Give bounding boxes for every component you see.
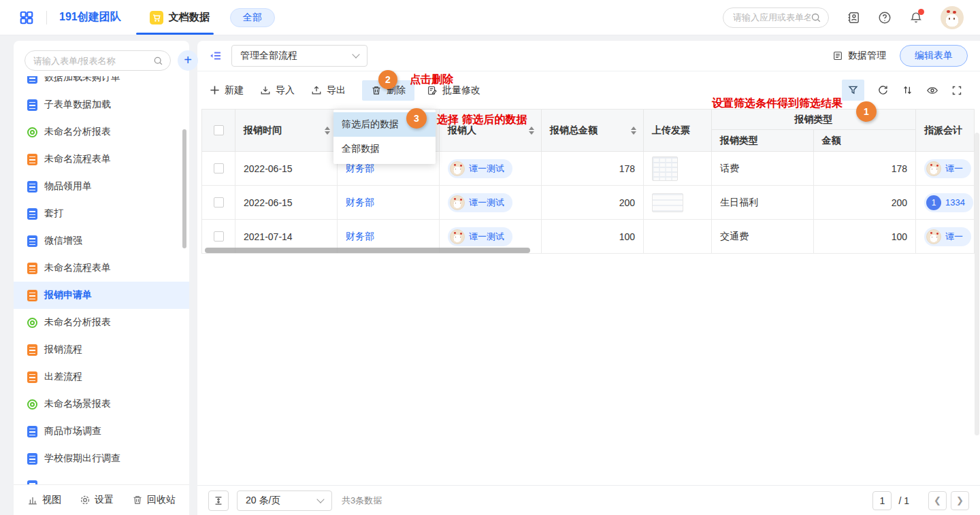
collapse-sidebar-icon[interactable] — [210, 50, 222, 62]
user-pill[interactable]: 谭一 — [924, 159, 971, 178]
fullscreen-button[interactable] — [951, 85, 962, 96]
report-icon — [27, 399, 37, 410]
sort-icon[interactable] — [631, 127, 636, 135]
sort-icon[interactable] — [325, 127, 330, 135]
row-checkbox[interactable] — [214, 163, 224, 173]
user-pill[interactable]: 11334 — [924, 193, 973, 212]
visibility-button[interactable] — [926, 84, 938, 97]
top-navbar: 191创建团队 文档数据 全部 — [0, 0, 980, 35]
apps-grid-icon[interactable] — [19, 10, 34, 25]
table-row[interactable]: 2022-06-15 财务部 谭一测试 178 话费 178 谭一 — [202, 152, 975, 186]
help-icon[interactable] — [878, 11, 892, 24]
form-icon — [27, 426, 37, 437]
prev-page-button[interactable]: ❮ — [928, 491, 947, 510]
row-checkbox[interactable] — [214, 197, 224, 207]
data-table: 报销时间 报销人 报销总金额 上传发票 报销类型 报销类型 金额 指派会计 — [201, 109, 975, 254]
team-name[interactable]: 191创建团队 — [59, 10, 121, 24]
invoice-thumbnail[interactable] — [652, 193, 683, 212]
sidebar-item-selected[interactable]: 报销申请单 — [14, 282, 189, 309]
refresh-button[interactable] — [877, 84, 889, 96]
add-form-button[interactable]: + — [178, 50, 198, 71]
header-type[interactable]: 报销类型 — [712, 130, 814, 151]
select-all-checkbox[interactable] — [214, 125, 224, 135]
row-checkbox[interactable] — [214, 231, 224, 242]
form-icon — [27, 76, 37, 84]
avatar — [450, 229, 465, 244]
bar-chart-icon — [27, 495, 38, 505]
vertical-scrollbar[interactable] — [975, 133, 979, 435]
cell-amount: 200 — [814, 186, 916, 219]
sidebar-item[interactable]: 未命名场景报表 — [14, 391, 189, 418]
cell-amount: 100 — [814, 220, 916, 253]
sidebar-item[interactable]: 商品市场调查 — [14, 418, 189, 445]
user-pill[interactable]: 谭一测试 — [448, 227, 512, 246]
annotation-badge-3: 3 — [406, 108, 427, 129]
divider — [46, 11, 47, 24]
header-amount[interactable]: 金额 — [814, 130, 916, 151]
current-page-box[interactable]: 1 — [872, 491, 892, 510]
new-button[interactable]: 新建 — [210, 84, 244, 97]
sidebar-item[interactable]: 未命名分析报表 — [14, 118, 189, 146]
sidebar-item[interactable]: 学校假期出行调查 — [14, 445, 189, 472]
header-type-group: 报销类型 报销类型 金额 — [712, 110, 916, 152]
header-accountant[interactable]: 指派会计 — [916, 110, 975, 152]
notification-dot — [918, 9, 924, 15]
tab-doc-data[interactable]: 文档数据 — [150, 11, 210, 24]
cell-amount: 178 — [814, 152, 916, 185]
sidebar-item[interactable]: 未命名分析报表 — [14, 309, 189, 336]
header-total[interactable]: 报销总金额 — [542, 110, 644, 152]
sidebar-item[interactable]: 未命名流程表单 — [14, 254, 189, 282]
edit-form-button[interactable]: 编辑表单 — [900, 45, 968, 67]
sidebar-list: 数据加载采购订单 子表单数据加载 未命名分析报表 未命名流程表单 物品领用单 套… — [14, 76, 189, 484]
sidebar-item[interactable]: 物品领用单 — [14, 173, 189, 200]
sidebar-scrollbar[interactable] — [182, 129, 186, 248]
user-pill[interactable]: 谭一测试 — [448, 193, 512, 212]
global-search-input[interactable] — [733, 12, 811, 22]
contacts-icon[interactable] — [847, 11, 860, 24]
trash-icon — [371, 85, 382, 96]
user-pill[interactable]: 谭一 — [924, 227, 971, 246]
sidebar-item-clipped[interactable] — [14, 472, 189, 484]
row-height-button[interactable] — [208, 491, 229, 511]
sidebar-footer: 视图 设置 回收站 — [14, 484, 189, 515]
invoice-thumbnail[interactable] — [652, 156, 678, 181]
header-type-group-label[interactable]: 报销类型 — [712, 110, 915, 130]
sidebar-item[interactable]: 套打 — [14, 200, 189, 227]
sidebar-item[interactable]: 出差流程 — [14, 363, 189, 391]
user-avatar[interactable] — [941, 6, 964, 29]
report-icon — [27, 127, 37, 137]
header-invoice[interactable]: 上传发票 — [644, 110, 712, 152]
flow-filter-select[interactable]: 管理全部流程 — [231, 45, 368, 67]
export-button[interactable]: 导出 — [311, 84, 346, 97]
sidebar-item[interactable]: 未命名流程表单 — [14, 146, 189, 173]
recycle-bin-button[interactable]: 回收站 — [132, 494, 176, 506]
page-size-select[interactable]: 20 条/页 — [237, 491, 332, 511]
horizontal-scrollbar[interactable] — [205, 248, 530, 253]
sort-icon[interactable] — [529, 127, 534, 135]
views-button[interactable]: 视图 — [27, 494, 61, 506]
notification-bell-icon[interactable] — [909, 11, 923, 24]
sidebar-item[interactable]: 子表单数据加载 — [14, 91, 189, 118]
header-date[interactable]: 报销时间 — [235, 110, 338, 152]
cell-total: 200 — [542, 186, 644, 219]
settings-button[interactable]: 设置 — [80, 494, 114, 506]
flow-form-icon — [27, 263, 37, 274]
sidebar-item[interactable]: 微信增强 — [14, 227, 189, 254]
global-search[interactable] — [723, 7, 829, 28]
data-manage-button[interactable]: 数据管理 — [832, 50, 886, 62]
funnel-icon — [847, 84, 859, 96]
next-page-button[interactable]: ❯ — [951, 491, 969, 510]
tab-all[interactable]: 全部 — [230, 8, 275, 27]
sidebar-item[interactable]: 报销流程 — [14, 336, 189, 363]
sidebar-search-input[interactable] — [33, 56, 153, 66]
flow-form-icon — [27, 371, 37, 383]
cell-invoice — [644, 186, 712, 219]
sidebar-search[interactable] — [24, 50, 171, 71]
import-button[interactable]: 导入 — [260, 84, 295, 97]
user-pill[interactable]: 谭一测试 — [448, 159, 512, 178]
menu-item-all-data[interactable]: 全部数据 — [333, 137, 436, 161]
filter-button[interactable] — [842, 80, 864, 101]
sidebar-item[interactable]: 数据加载采购订单 — [14, 76, 189, 91]
table-row[interactable]: 2022-06-15 财务部 谭一测试 200 生日福利 200 11334 — [202, 186, 975, 220]
sort-button[interactable] — [902, 84, 913, 96]
